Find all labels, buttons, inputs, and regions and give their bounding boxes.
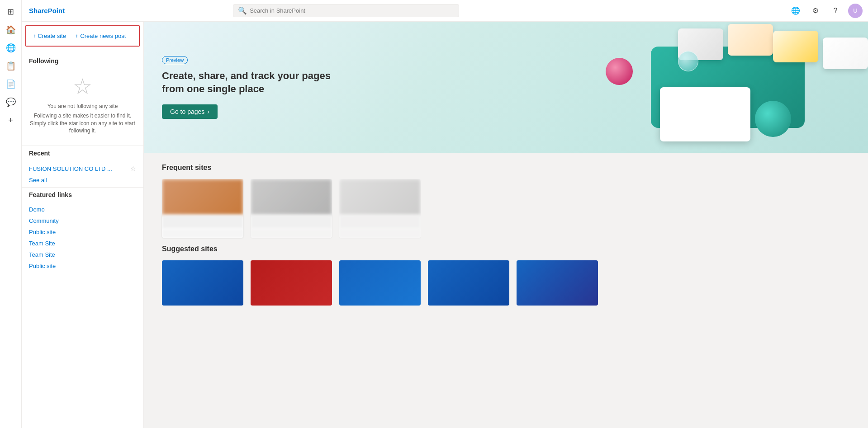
star-icon[interactable]: ☆ [130,165,136,172]
floating-card-2 [728,24,773,56]
suggested-sites-heading: Suggested sites [162,245,850,253]
star-empty-icon: ☆ [73,74,92,99]
hero-content: Preview Create, share, and track your pa… [162,56,334,119]
following-empty-detail: Following a site makes it easier to find… [29,112,136,135]
following-empty-main: You are not following any site [47,103,118,110]
left-rail: ⊞ 🏠 🌐 📋 📄 💬 + [0,0,22,428]
document-icon[interactable]: 📄 [3,76,19,92]
main-card [660,87,750,141]
following-title: Following [29,57,136,65]
main-content: Preview Create, share, and track your pa… [144,22,868,428]
hero-banner: Preview Create, share, and track your pa… [144,22,868,153]
site-card-3-name [339,215,421,229]
top-bar-right: 🌐 ⚙ ? U [788,4,863,18]
featured-link-team-site-1[interactable]: Team Site [29,238,136,249]
site-card-2-detail [251,229,332,238]
floating-card-3 [773,31,818,62]
site-card-detail [162,229,243,238]
featured-link-community[interactable]: Community [29,215,136,226]
following-empty: ☆ You are not following any site Followi… [29,70,136,142]
go-to-pages-arrow: › [207,108,209,115]
featured-link-public-site-1[interactable]: Public site [29,226,136,238]
suggested-card-3[interactable] [339,260,421,306]
site-card-3-detail [339,229,421,238]
list-item: FUSION SOLUTION CO LTD ... ☆ [29,162,136,175]
recent-item-link[interactable]: FUSION SOLUTION CO LTD ... [29,165,112,172]
suggested-sites-section: Suggested sites [144,245,868,316]
recent-title: Recent [29,150,136,157]
settings-icon[interactable]: ⚙ [808,4,823,18]
go-to-pages-button[interactable]: Go to pages › [162,104,218,119]
recent-section: Recent FUSION SOLUTION CO LTD ... ☆ See … [22,146,143,187]
action-bar: + Create site + Create news post [25,25,140,47]
suggested-cards [162,260,850,306]
site-card-2-thumbnail [251,179,332,215]
see-all-link[interactable]: See all [29,177,136,183]
site-card-thumbnail [162,179,243,215]
frequent-sites-section: Frequent sites [144,153,868,245]
frequent-sites-heading: Frequent sites [162,164,850,172]
search-icon: 🔍 [238,6,247,15]
featured-link-team-site-2[interactable]: Team Site [29,249,136,260]
preview-badge: Preview [162,56,188,64]
create-site-button[interactable]: + Create site [32,31,67,41]
suggested-card-1[interactable] [162,260,243,306]
suggested-card-2[interactable] [251,260,332,306]
sidebar: + Create site + Create news post Followi… [22,22,144,428]
avatar[interactable]: U [848,4,863,18]
search-bar[interactable]: 🔍 [233,4,459,17]
home-icon[interactable]: 🏠 [3,22,19,38]
featured-link-demo[interactable]: Demo [29,204,136,215]
site-card-3-thumbnail [339,179,421,215]
help-icon[interactable]: ? [828,4,843,18]
globe-icon[interactable]: 🌐 [3,40,19,56]
following-section: Following ☆ You are not following any si… [22,50,143,146]
site-card[interactable] [162,179,243,238]
orb-pink [606,58,633,85]
create-news-button[interactable]: + Create news post [74,31,127,41]
add-icon[interactable]: + [3,112,19,128]
featured-links-title: Featured links [29,191,136,198]
orb-glass [678,51,698,71]
network-icon[interactable]: 🌐 [788,4,803,18]
hero-title: Create, share, and track your pages from… [162,70,334,95]
site-card-name [162,215,243,229]
suggested-card-5[interactable] [517,260,598,306]
main-container: SharePoint 🔍 🌐 ⚙ ? U + Create site + Cre… [22,0,868,428]
search-input[interactable] [250,7,454,14]
app-title: SharePoint [29,7,65,14]
featured-links-section: Featured links Demo Community Public sit… [22,187,143,275]
go-to-pages-label: Go to pages [170,108,204,115]
floating-card-4 [823,38,868,69]
sites-grid [162,179,850,238]
site-card-3[interactable] [339,179,421,238]
site-card-2-name [251,215,332,229]
content-area: + Create site + Create news post Followi… [22,22,868,428]
video-icon[interactable]: 📋 [3,58,19,74]
site-card-2[interactable] [251,179,332,238]
app-launcher-icon[interactable]: ⊞ [3,4,19,20]
illustration-base [651,47,805,128]
top-bar: SharePoint 🔍 🌐 ⚙ ? U [22,0,868,22]
hero-illustration [597,31,859,144]
chat-icon[interactable]: 💬 [3,94,19,110]
featured-link-public-site-2[interactable]: Public site [29,260,136,272]
orb-teal [755,101,791,137]
suggested-card-4[interactable] [428,260,509,306]
